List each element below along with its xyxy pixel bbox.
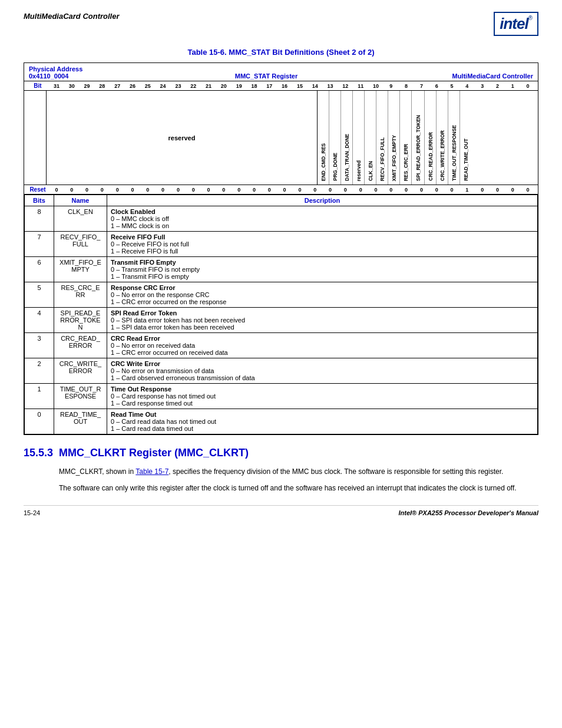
row-desc-xmit-fifo-empty: Transmit FIFO Empty 0 – Transmit FIFO is… (107, 257, 538, 282)
bit-20: 20 (216, 83, 232, 89)
row-name-time-out-response: TIME_OUT_RESPONSE (54, 384, 107, 409)
bit-5: 5 (444, 83, 459, 89)
table-row: 3 CRC_READ_ERROR CRC Read Error 0 – No e… (25, 333, 538, 358)
section-title: MMC_CLKRT Register (MMC_CLKRT) (59, 447, 249, 459)
row-bits-6: 6 (25, 257, 54, 282)
bit-numbers-row: Bit 31 30 29 28 27 26 25 24 23 22 21 20 … (24, 81, 538, 91)
bit-13: 13 (323, 83, 338, 89)
doc-title: MultiMediaCard Controller (24, 12, 120, 21)
bit-numbers: 31 30 29 28 27 26 25 24 23 22 21 20 19 1… (49, 83, 535, 89)
bit-11: 11 (353, 83, 368, 89)
table-row: 2 CRC_WRITE_ERROR CRC Write Error 0 – No… (25, 358, 538, 384)
bit-22: 22 (186, 83, 201, 89)
bit-26: 26 (125, 83, 140, 89)
physical-address-label: Physical Address (29, 65, 105, 73)
bit-7: 7 (414, 83, 429, 89)
vcell-read-time-out: READ_TIME_OUT (460, 91, 472, 185)
table-row: 1 TIME_OUT_RESPONSE Time Out Response 0 … (25, 384, 538, 409)
section-number: 15.5.3 (24, 447, 53, 459)
row-bits-5: 5 (25, 282, 54, 308)
row-name-xmit-fifo-empty: XMIT_FIFO_EMPTY (54, 257, 107, 282)
page-header: MultiMediaCard Controller intel® (24, 12, 538, 36)
register-name-label: MMC_STAT Register (105, 73, 427, 80)
row-desc-crc-write-error: CRC Write Error 0 – No error on transmis… (107, 358, 538, 384)
footer-doc-name: Intel® PXA255 Processor Developer's Manu… (398, 509, 538, 516)
vcell-data-tran-done: DATA_TRAN_DONE (341, 91, 353, 185)
reg-header-row: Physical Address 0x4110_0004 MMC_STAT Re… (24, 63, 538, 81)
row-desc-spi-read-error-token: SPI Read Error Token 0 – SPI data error … (107, 308, 538, 333)
col-header-bits: Bits (25, 195, 54, 206)
vcell-spi-read-error-token: SPI_READ_ERROR_TOKEN (412, 91, 425, 185)
row-name-recv-fifo-full: RECV_FIFO_FULL (54, 232, 107, 257)
row-bits-2: 2 (25, 358, 54, 384)
reset-row: Reset 0 0 0 0 0 0 0 0 0 0 0 0 0 0 0 0 0 … (24, 185, 538, 195)
table-row: 0 READ_TIME_OUT Read Time Out 0 – Card r… (25, 409, 538, 434)
vcell-crc-read-error: CRC_READ_ERROR (425, 91, 437, 185)
physical-address-block: Physical Address 0x4110_0004 (29, 65, 105, 80)
row-name-res-crc-err: RES_CRC_ERR (54, 282, 107, 308)
reset-label: Reset (27, 186, 49, 193)
bit-24: 24 (156, 83, 171, 89)
row-bits-4: 4 (25, 308, 54, 333)
bit-31: 31 (49, 83, 64, 89)
bit-10: 10 (368, 83, 384, 89)
intel-logo: intel® (494, 12, 538, 36)
vcell-crc-write-error: CRC_WRITE_ERROR (437, 91, 448, 185)
table-row: 8 CLK_EN Clock Enabled 0 – MMC clock is … (25, 206, 538, 232)
bit-15: 15 (292, 83, 308, 89)
controller-label: MultiMediaCard Controller (427, 73, 533, 80)
logo-text: intel (500, 15, 528, 32)
bit-27: 27 (110, 83, 125, 89)
vcell-end-cmd-res: END_CMD_RES (318, 91, 329, 185)
table-row: 6 XMIT_FIFO_EMPTY Transmit FIFO Empty 0 … (25, 257, 538, 282)
row-bits-7: 7 (25, 232, 54, 257)
row-name-crc-write-error: CRC_WRITE_ERROR (54, 358, 107, 384)
row-desc-clk-en: Clock Enabled 0 – MMC clock is off 1 – M… (107, 206, 538, 232)
vcell-res-crc-err: RES_CRC_ERR (400, 91, 412, 185)
bit-1: 1 (505, 83, 520, 89)
row-name-read-time-out: READ_TIME_OUT (54, 409, 107, 434)
bit-14: 14 (308, 83, 323, 89)
row-bits-3: 3 (25, 333, 54, 358)
bit-4: 4 (459, 83, 475, 89)
bit-label: Bit (27, 83, 49, 89)
vcell-reserved2: reserved (353, 91, 365, 185)
section-paragraph-1: MMC_CLKRT, shown in Table 15-7, specifie… (59, 466, 538, 477)
register-cells-row: reserved END_CMD_RES PRG_DONE DATA_TRAN_… (24, 91, 538, 185)
row-name-spi-read-error-token: SPI_READ_ERROR_TOKEN (54, 308, 107, 333)
bit-label-col (24, 91, 47, 185)
bit-16: 16 (277, 83, 292, 89)
row-desc-recv-fifo-full: Receive FIFO Full 0 – Receive FIFO is no… (107, 232, 538, 257)
table-15-7-link[interactable]: Table 15-7 (135, 467, 168, 476)
section-paragraph-2: The software can only write this registe… (59, 483, 538, 493)
bit-17: 17 (262, 83, 277, 89)
physical-address-value: 0x4110_0004 (29, 73, 105, 80)
bit-6: 6 (429, 83, 444, 89)
bit-23: 23 (171, 83, 186, 89)
row-desc-read-time-out: Read Time Out 0 – Card read data has not… (107, 409, 538, 434)
table-row: 7 RECV_FIFO_FULL Receive FIFO Full 0 – R… (25, 232, 538, 257)
page-footer: 15-24 Intel® PXA255 Processor Developer'… (24, 505, 538, 516)
col-header-name: Name (54, 195, 107, 206)
row-name-clk-en: CLK_EN (54, 206, 107, 232)
bit-25: 25 (140, 83, 156, 89)
bit-18: 18 (247, 83, 262, 89)
bit-3: 3 (475, 83, 490, 89)
row-bits-1: 1 (25, 384, 54, 409)
bit-28: 28 (94, 83, 110, 89)
row-bits-0: 0 (25, 409, 54, 434)
reset-values: 0 0 0 0 0 0 0 0 0 0 0 0 0 0 0 0 0 0 0 0 … (49, 187, 535, 193)
vcell-prg-done: PRG_DONE (329, 91, 341, 185)
row-desc-res-crc-err: Response CRC Error 0 – No error on the r… (107, 282, 538, 308)
row-desc-crc-read-error: CRC Read Error 0 – No error on received … (107, 333, 538, 358)
bit-29: 29 (80, 83, 95, 89)
col-header-description: Description (107, 195, 538, 206)
vcell-clk-en: CLK_EN (365, 91, 376, 185)
bit-8: 8 (399, 83, 414, 89)
section-heading: 15.5.3 MMC_CLKRT Register (MMC_CLKRT) (24, 447, 538, 459)
row-bits-8: 8 (25, 206, 54, 232)
page-number: 15-24 (24, 509, 40, 516)
bit-21: 21 (201, 83, 216, 89)
vcell-xmit-fifo-empty: XMIT_FIFO_EMPTY (388, 91, 400, 185)
bit-0: 0 (520, 83, 535, 89)
